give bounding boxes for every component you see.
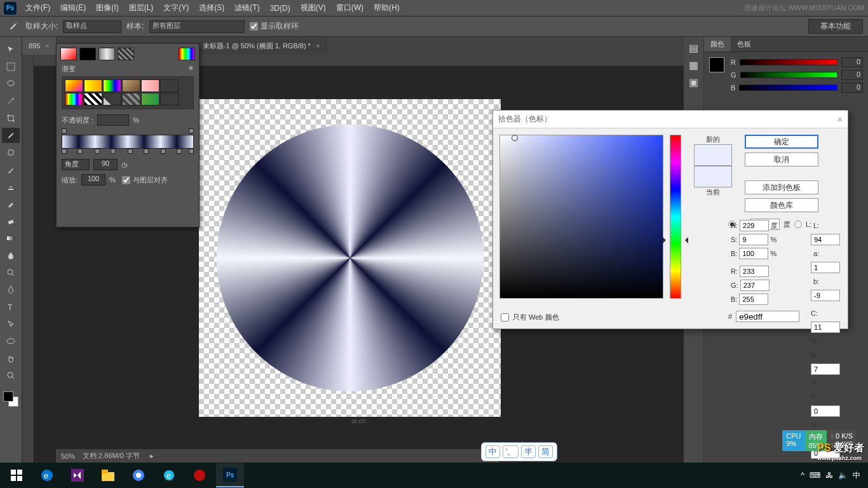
menu-edit[interactable]: 编辑(E) [60, 3, 86, 13]
menu-3d[interactable]: 3D(D) [270, 4, 290, 13]
scale-input[interactable]: 100 [81, 174, 105, 186]
lab-a-input[interactable] [811, 262, 840, 273]
doc-tab-2[interactable]: 未标题-1 @ 50% (椭圆 1, RGB/8) * × [196, 37, 327, 55]
tray-chevron-icon[interactable]: ^ [801, 471, 804, 480]
color-picker-dialog[interactable]: 拾色器（色标） × 新的 当前 确定 取消 添加到色板 颜色库 H:度 L: H… [492, 110, 848, 329]
zoom-level[interactable]: 50% [61, 452, 75, 460]
show-ring-check[interactable]: 显示取样环 [250, 21, 299, 32]
mini-histogram-icon[interactable]: ▤ [689, 42, 698, 54]
tool-hand[interactable] [2, 351, 20, 366]
gradient-panel-menu-icon[interactable]: ✳ [188, 64, 194, 74]
tool-stamp[interactable] [2, 179, 20, 194]
tool-path-select[interactable] [2, 316, 20, 332]
tool-healing[interactable] [2, 145, 20, 160]
r-slider[interactable] [740, 59, 837, 65]
tool-history-brush[interactable] [2, 196, 20, 212]
workspace-switcher[interactable]: 基本功能 [808, 19, 863, 34]
opacity-input[interactable] [97, 114, 129, 126]
gradient-preset[interactable] [141, 79, 159, 92]
mini-info-icon[interactable]: ▣ [689, 76, 698, 88]
r-value[interactable]: 0 [841, 57, 863, 67]
b-slider[interactable] [739, 85, 837, 91]
taskbar-chromium[interactable] [125, 463, 153, 487]
y-input[interactable] [811, 405, 840, 417]
gradient-preset[interactable] [122, 79, 140, 92]
ime-3[interactable]: 半 [521, 445, 536, 458]
system-tray[interactable]: ^ ⌨ 🖧 🔈 中 [801, 470, 865, 481]
tray-keyboard-icon[interactable]: ⌨ [810, 471, 820, 480]
menu-image[interactable]: 图像(I) [96, 3, 118, 13]
sample-size-select[interactable]: 取样点 [63, 20, 121, 33]
menu-window[interactable]: 窗口(W) [336, 3, 363, 13]
tray-ime-icon[interactable]: 中 [853, 470, 860, 481]
menu-layer[interactable]: 图层(L) [129, 3, 154, 13]
start-button[interactable] [3, 463, 31, 487]
gradient-preset[interactable] [122, 93, 140, 105]
doc-tab-1-close-icon[interactable]: × [45, 42, 49, 50]
tool-marquee[interactable] [2, 59, 20, 74]
tool-gradient[interactable] [2, 231, 20, 246]
grad-type-reflected[interactable] [98, 48, 115, 60]
gradient-preset[interactable] [65, 93, 83, 105]
align-checkbox[interactable] [122, 176, 130, 184]
ime-1[interactable]: 中 [485, 445, 500, 458]
menu-filter[interactable]: 滤镜(T) [234, 3, 259, 13]
tool-shape[interactable] [2, 334, 20, 349]
add-swatch-button[interactable]: 添加到色板 [745, 180, 818, 194]
g-input[interactable] [740, 280, 770, 291]
menu-help[interactable]: 帮助(H) [374, 3, 400, 13]
gradient-style-select[interactable]: 角度 [62, 159, 90, 170]
tool-type[interactable]: T [2, 299, 20, 315]
ime-2[interactable]: '。 [503, 445, 519, 458]
tool-zoom[interactable] [2, 368, 20, 383]
tool-blur[interactable] [2, 248, 20, 263]
b-input[interactable] [739, 248, 768, 259]
tool-brush[interactable] [2, 162, 20, 177]
r-input[interactable] [740, 266, 769, 277]
opacity-stops-row[interactable] [62, 128, 194, 135]
doc-tab-1[interactable]: 895 × [22, 37, 57, 55]
taskbar-photoshop[interactable]: Ps [216, 463, 244, 487]
angle-dial-icon[interactable]: ◷ [121, 161, 128, 169]
tool-lasso[interactable] [2, 76, 20, 92]
gradient-preset[interactable] [160, 79, 179, 92]
spectrum-icon[interactable] [179, 48, 195, 60]
tool-wand[interactable] [2, 93, 20, 109]
gradient-preset[interactable] [65, 79, 83, 92]
color-stops-row[interactable] [62, 149, 194, 155]
mini-nav-icon[interactable]: ▦ [689, 59, 698, 71]
cancel-button[interactable]: 取消 [745, 152, 818, 166]
ime-indicator[interactable]: 中 '。 半 简 [481, 442, 557, 461]
picker-titlebar[interactable]: 拾色器（色标） × [493, 111, 848, 128]
hue-slider[interactable] [670, 135, 681, 299]
gradient-editor-panel[interactable]: 渐变 ✳ 不透明度 : % 角度 90 ◷ [56, 43, 200, 227]
ok-button[interactable]: 确定 [745, 135, 818, 149]
tab-swatches[interactable]: 色板 [731, 37, 757, 51]
angle-input[interactable]: 90 [93, 159, 118, 170]
ime-4[interactable]: 简 [538, 445, 553, 458]
tool-dodge[interactable] [2, 265, 20, 280]
gradient-preset[interactable] [141, 93, 159, 105]
taskbar-netease[interactable] [186, 463, 214, 487]
tool-eraser[interactable] [2, 214, 20, 229]
color-library-button[interactable]: 颜色库 [745, 198, 818, 212]
bl-input[interactable] [739, 294, 768, 305]
m-input[interactable] [811, 363, 840, 375]
b-value[interactable]: 0 [841, 83, 863, 93]
menu-type[interactable]: 文字(Y) [163, 3, 189, 13]
sv-cursor[interactable] [512, 135, 518, 141]
tray-volume-icon[interactable]: 🔈 [838, 471, 848, 480]
g-value[interactable]: 0 [841, 70, 863, 80]
menu-view[interactable]: 视图(V) [301, 3, 326, 13]
menu-file[interactable]: 文件(F) [25, 3, 50, 13]
s-input[interactable] [739, 234, 768, 245]
taskbar-vs[interactable] [64, 463, 92, 487]
tray-network-icon[interactable]: 🖧 [825, 471, 833, 480]
gradient-bar[interactable] [62, 135, 194, 149]
artboard[interactable] [199, 99, 501, 417]
lab-l-input[interactable] [811, 234, 840, 245]
h-input2[interactable] [740, 220, 769, 231]
g-slider[interactable] [740, 72, 837, 78]
gradient-preset[interactable] [84, 79, 102, 92]
gradient-preset[interactable] [103, 93, 121, 105]
